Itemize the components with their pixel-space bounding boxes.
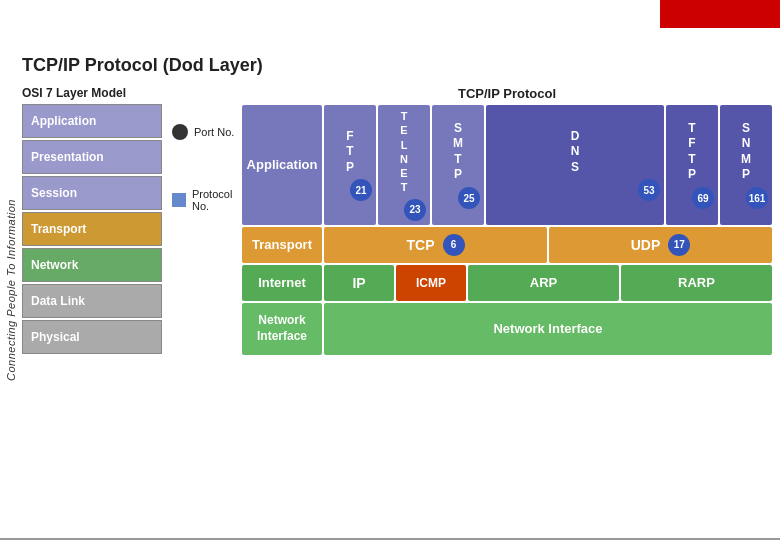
tcpip-application-label: Application — [242, 105, 322, 225]
tcpip-label: TCP/IP Protocol — [242, 86, 772, 101]
netif-right-text: Network Interface — [493, 320, 602, 338]
icmp-text: ICMP — [416, 276, 446, 290]
osi-layer-application: Application — [22, 104, 162, 138]
udp-number-badge: 17 — [668, 234, 690, 256]
tcpip-grid: Application FTP 21 — [242, 105, 772, 355]
osi-layer-datalink: Data Link — [22, 284, 162, 318]
protocol-tftp: TFTP 69 — [666, 105, 718, 225]
ip-text: IP — [352, 275, 365, 291]
protocol-icmp: ICMP — [396, 265, 466, 301]
protocol-ip: IP — [324, 265, 394, 301]
osi-layer-session: Session — [22, 176, 162, 210]
top-accent-bar — [660, 0, 780, 28]
smtp-port-badge: 25 — [458, 187, 480, 209]
circle-icon — [172, 124, 188, 140]
tcpip-application-row: Application FTP 21 — [242, 105, 772, 225]
tcpip-internet-row: Internet IP ICMP ARP RARP — [242, 265, 772, 301]
protocol-ftp: FTP 21 — [324, 105, 376, 225]
protocol-telnet: TELNET 23 — [378, 105, 430, 225]
main-content: TCP/IP Protocol (Dod Layer) OSI 7 Layer … — [22, 55, 772, 530]
tcpip-netif-row: NetworkInterface Network Interface — [242, 303, 772, 355]
osi-layer-transport: Transport — [22, 212, 162, 246]
app-protocols: FTP 21 TELNET 23 — [324, 105, 772, 225]
udp-text: UDP — [631, 237, 661, 253]
diagram-area: OSI 7 Layer Model Application Presentati… — [22, 86, 772, 356]
tcp-number-badge: 6 — [443, 234, 465, 256]
dns-label: DNS — [571, 129, 580, 176]
protocol-smtp: SMTP 25 — [432, 105, 484, 225]
ftp-port-badge: 21 — [350, 179, 372, 201]
tcp-text: TCP — [407, 237, 435, 253]
tcpip-internet-label: Internet — [242, 265, 322, 301]
tcpip-area: TCP/IP Protocol Application FTP 21 — [242, 86, 772, 355]
smtp-label: SMTP — [453, 121, 463, 183]
netif-label-text: NetworkInterface — [257, 313, 307, 344]
protocol-dns: DNS 53 — [486, 105, 664, 225]
legend-protocol: ProtocolNo. — [172, 188, 242, 212]
osi-column: OSI 7 Layer Model Application Presentati… — [22, 86, 162, 356]
arp-text: ARP — [530, 275, 557, 290]
telnet-label: TELNET — [400, 109, 408, 195]
snmp-port-badge: 161 — [746, 187, 768, 209]
tcpip-transport-label: Transport — [242, 227, 322, 263]
protocol-arp: ARP — [468, 265, 619, 301]
osi-layer-presentation: Presentation — [22, 140, 162, 174]
protocol-tcp: TCP 6 — [324, 227, 547, 263]
telnet-port-badge: 23 — [404, 199, 426, 221]
rarp-text: RARP — [678, 275, 715, 290]
osi-layer-physical: Physical — [22, 320, 162, 354]
protocol-rarp: RARP — [621, 265, 772, 301]
legend-protocol-label: ProtocolNo. — [192, 188, 232, 212]
protocol-udp: UDP 17 — [549, 227, 772, 263]
tcpip-netif-label-left: NetworkInterface — [242, 303, 322, 355]
dns-port-badge: 53 — [638, 179, 660, 201]
legend-port: Port No. — [172, 124, 242, 140]
legend-area: Port No. ProtocolNo. — [162, 86, 242, 212]
legend-port-label: Port No. — [194, 126, 234, 138]
protocol-snmp: SNMP 161 — [720, 105, 772, 225]
vertical-text: Connecting People To Information — [5, 199, 17, 381]
tcpip-transport-row: Transport TCP 6 UDP 17 — [242, 227, 772, 263]
osi-layer-network: Network — [22, 248, 162, 282]
osi-label: OSI 7 Layer Model — [22, 86, 162, 100]
square-icon — [172, 193, 186, 207]
ftp-label: FTP — [346, 129, 354, 176]
snmp-label: SNMP — [741, 121, 751, 183]
vertical-text-container: Connecting People To Information — [0, 60, 22, 520]
tftp-label: TFTP — [688, 121, 696, 183]
tcpip-netif-content: Network Interface — [324, 303, 772, 355]
tftp-port-badge: 69 — [692, 187, 714, 209]
page-title: TCP/IP Protocol (Dod Layer) — [22, 55, 772, 76]
